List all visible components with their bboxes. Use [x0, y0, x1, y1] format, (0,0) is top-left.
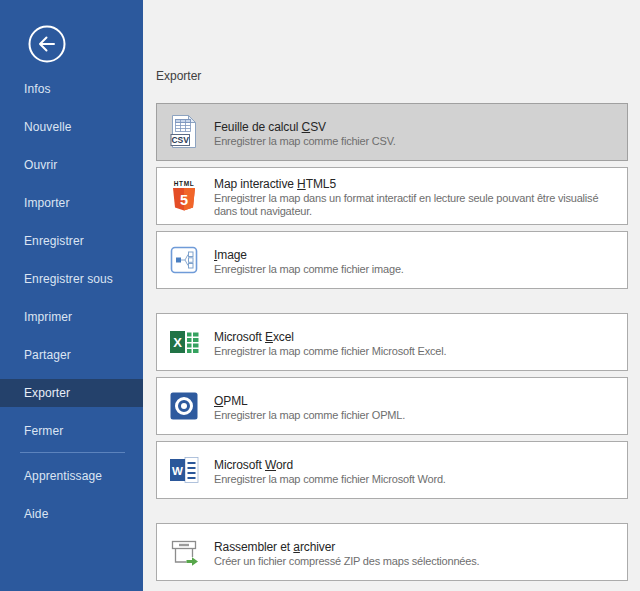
option-title: Rassembler et archiver: [214, 540, 335, 554]
sidebar-item-enregistrer-sous[interactable]: Enregistrer sous: [0, 265, 143, 293]
option-description: Enregistrer la map comme fichier Microso…: [214, 345, 617, 358]
sidebar-item-ouvrir[interactable]: Ouvrir: [0, 151, 143, 179]
export-panel: Exporter CSV Feuille de calcul CSV Enreg…: [143, 0, 640, 591]
export-option-archive[interactable]: Rassembler et archiver Créer un fichier …: [156, 523, 628, 581]
sidebar-item-partager[interactable]: Partager: [0, 341, 143, 369]
svg-text:X: X: [173, 335, 182, 350]
option-description: Enregistrer la map comme fichier CSV.: [214, 135, 617, 148]
option-title: Feuille de calcul CSV: [214, 120, 326, 134]
svg-text:5: 5: [180, 192, 188, 208]
sidebar-item-importer[interactable]: Importer: [0, 189, 143, 217]
export-option-word[interactable]: W Microsoft Word Enregistrer la map comm…: [156, 441, 628, 499]
export-option-csv[interactable]: CSV Feuille de calcul CSV Enregistrer la…: [156, 103, 628, 161]
sidebar-separator: [20, 452, 125, 453]
sidebar-item-apprentissage[interactable]: Apprentissage: [0, 462, 143, 490]
option-title: Image: [214, 248, 247, 262]
option-title: Map interactive HTML5: [214, 177, 336, 191]
sidebar-item-nouvelle[interactable]: Nouvelle: [0, 113, 143, 141]
sidebar-item-fermer[interactable]: Fermer: [0, 417, 143, 445]
option-description: Enregistrer la map comme fichier OPML.: [214, 409, 617, 422]
export-option-excel[interactable]: X Microsoft Excel Enregistrer la map com…: [156, 313, 628, 371]
option-description: Enregistrer la map dans un format intera…: [214, 192, 617, 218]
svg-text:CSV: CSV: [171, 135, 189, 145]
image-file-icon: [167, 240, 201, 280]
option-title: OPML: [214, 394, 248, 408]
sidebar-item-imprimer[interactable]: Imprimer: [0, 303, 143, 331]
excel-icon: X: [167, 322, 201, 362]
export-option-html5[interactable]: HTML 5 Map interactive HTML5 Enregistrer…: [156, 167, 628, 225]
option-description: Enregistrer la map comme fichier image.: [214, 263, 617, 276]
opml-icon: [167, 386, 201, 426]
sidebar-item-enregistrer[interactable]: Enregistrer: [0, 227, 143, 255]
option-description: Créer un fichier compressé ZIP des maps …: [214, 555, 617, 568]
option-title: Microsoft Word: [214, 458, 293, 472]
option-title: Microsoft Excel: [214, 330, 294, 344]
svg-text:HTML: HTML: [174, 180, 194, 187]
option-description: Enregistrer la map comme fichier Microso…: [214, 473, 617, 486]
export-option-image[interactable]: Image Enregistrer la map comme fichier i…: [156, 231, 628, 289]
sidebar-nav: Infos Nouvelle Ouvrir Importer Enregistr…: [0, 75, 143, 538]
page-title: Exporter: [156, 69, 201, 83]
csv-file-icon: CSV: [167, 112, 201, 152]
word-icon: W: [167, 450, 201, 490]
sidebar: Infos Nouvelle Ouvrir Importer Enregistr…: [0, 0, 143, 591]
sidebar-item-aide[interactable]: Aide: [0, 500, 143, 528]
svg-text:W: W: [172, 465, 183, 477]
backstage-view: Infos Nouvelle Ouvrir Importer Enregistr…: [0, 0, 640, 591]
sidebar-item-infos[interactable]: Infos: [0, 75, 143, 103]
html5-icon: HTML 5: [167, 176, 201, 216]
back-button[interactable]: [27, 24, 67, 64]
sidebar-item-exporter[interactable]: Exporter: [0, 379, 143, 407]
back-arrow-icon: [27, 50, 67, 67]
export-option-opml[interactable]: OPML Enregistrer la map comme fichier OP…: [156, 377, 628, 435]
archive-icon: [167, 532, 201, 572]
